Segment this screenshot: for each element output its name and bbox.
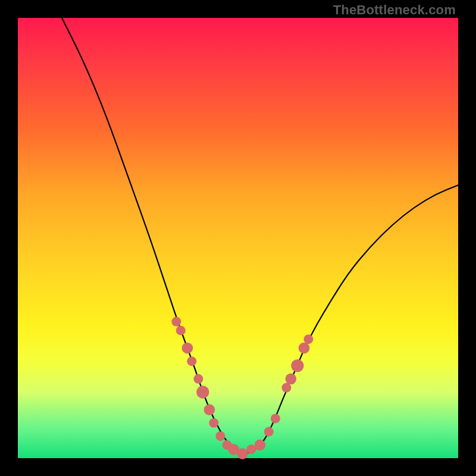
curve-markers [171, 317, 313, 459]
curve-layer [18, 18, 458, 458]
curve-marker [264, 427, 274, 437]
bottleneck-curve [62, 18, 458, 454]
curve-marker [176, 325, 186, 335]
curve-marker [187, 356, 196, 366]
curve-marker [285, 373, 296, 384]
curve-marker [215, 431, 225, 441]
curve-marker [271, 414, 280, 423]
curve-marker [193, 374, 203, 384]
curve-marker [281, 383, 291, 393]
curve-marker [209, 418, 218, 428]
plot-area [18, 18, 458, 458]
curve-marker [237, 448, 248, 459]
curve-marker [204, 404, 215, 415]
curve-marker [246, 444, 256, 454]
attribution-label: TheBottleneck.com [333, 2, 456, 18]
curve-marker [171, 317, 181, 327]
curve-marker [299, 343, 310, 354]
curve-marker [291, 359, 303, 372]
curve-marker [182, 343, 193, 354]
chart-frame: TheBottleneck.com [0, 0, 476, 476]
curve-marker [303, 334, 313, 344]
curve-marker [196, 386, 209, 398]
curve-marker [255, 439, 266, 450]
